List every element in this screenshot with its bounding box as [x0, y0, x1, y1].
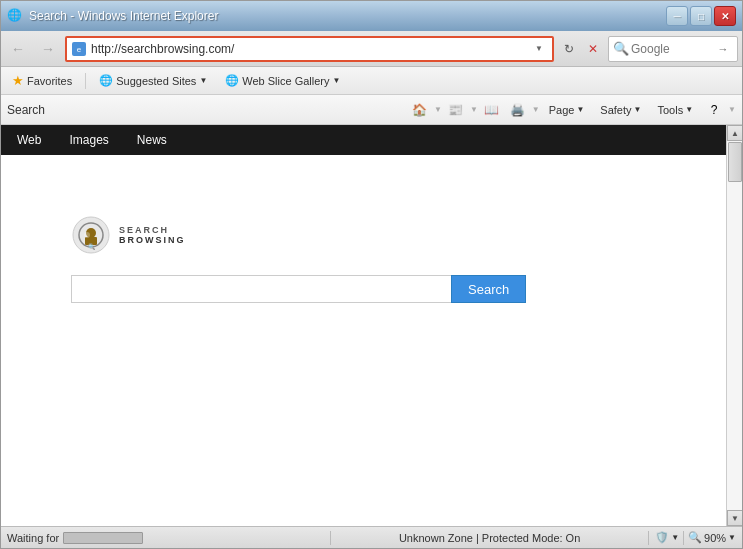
close-button[interactable]: ✕ — [714, 6, 736, 26]
page-dropdown-icon: ▼ — [576, 105, 584, 114]
address-icon: e — [71, 41, 87, 57]
site-nav-images[interactable]: Images — [65, 129, 112, 151]
home-icon-btn[interactable]: 🏠 — [408, 99, 432, 121]
minimize-button[interactable]: ─ — [666, 6, 688, 26]
search-box: 🔍 → — [608, 36, 738, 62]
browser-icon: 🌐 — [7, 8, 23, 24]
browser-content: Web Images News 🔍 — [1, 125, 742, 526]
suggested-sites-dropdown-icon: ▼ — [199, 76, 207, 85]
site-search-input[interactable] — [71, 275, 451, 303]
status-bar: Waiting for Unknown Zone | Protected Mod… — [1, 526, 742, 548]
site-nav-news[interactable]: News — [133, 129, 171, 151]
logo-text: SEARCH BROWSING — [119, 225, 186, 245]
status-left: Waiting for — [1, 532, 330, 544]
safety-button[interactable]: Safety ▼ — [593, 101, 648, 119]
scrollbar: ▲ ▼ — [726, 125, 742, 526]
web-slice-gallery-button[interactable]: 🌐 Web Slice Gallery ▼ — [220, 71, 345, 90]
feeds-dropdown[interactable]: ▼ — [470, 105, 478, 114]
refresh-button[interactable]: ↻ — [558, 38, 580, 60]
search-nav-input[interactable] — [631, 42, 711, 56]
help-icon: ? — [711, 103, 718, 117]
search-area: Search — [71, 275, 526, 303]
tools-label: Tools — [657, 104, 683, 116]
status-waiting-text: Waiting for — [7, 532, 59, 544]
status-zoom: 🔍 90% ▼ — [688, 531, 736, 544]
search-go-button[interactable]: → — [713, 39, 733, 59]
star-icon: ★ — [12, 73, 24, 88]
zoom-dropdown-icon[interactable]: ▼ — [728, 533, 736, 542]
favorites-button[interactable]: ★ Favorites — [7, 70, 77, 91]
tools-button[interactable]: Tools ▼ — [650, 101, 700, 119]
status-right: 🛡️ ▼ 🔍 90% ▼ — [649, 531, 742, 545]
title-buttons: ─ □ ✕ — [666, 6, 736, 26]
page-area: Web Images News 🔍 — [1, 125, 726, 526]
logo-browsing-text: BROWSING — [119, 235, 186, 245]
read-icon-btn[interactable]: 📖 — [480, 99, 504, 121]
command-label: Search — [7, 103, 45, 117]
status-separator-3 — [683, 531, 684, 545]
favorites-separator — [85, 73, 86, 89]
title-bar: 🌐 Search - Windows Internet Explorer ─ □… — [1, 1, 742, 31]
web-slice-dropdown-icon: ▼ — [333, 76, 341, 85]
feeds-icon-btn[interactable]: 📰 — [444, 99, 468, 121]
logo-area: 🔍 SEARCH BROWSING — [71, 215, 186, 255]
zoom-icon: 🔍 — [688, 531, 702, 544]
forward-button[interactable]: → — [35, 36, 61, 62]
site-body: 🔍 SEARCH BROWSING Search — [1, 155, 726, 526]
scroll-down-button[interactable]: ▼ — [727, 510, 742, 526]
address-dropdown-button[interactable]: ▼ — [530, 38, 548, 60]
suggested-sites-label: Suggested Sites — [116, 75, 196, 87]
help-button[interactable]: ? — [702, 99, 726, 121]
svg-point-6 — [84, 232, 90, 238]
status-progress-bar — [63, 532, 143, 544]
safety-label: Safety — [600, 104, 631, 116]
browser-window: 🌐 Search - Windows Internet Explorer ─ □… — [0, 0, 743, 549]
command-bar: Search 🏠 ▼ 📰 ▼ 📖 🖨️ ▼ Page ▼ Safety ▼ To… — [1, 95, 742, 125]
status-shield: 🛡️ ▼ — [655, 531, 679, 544]
tools-dropdown-icon: ▼ — [685, 105, 693, 114]
web-slice-label: Web Slice Gallery — [242, 75, 329, 87]
search-box-icon: 🔍 — [613, 41, 629, 56]
safety-dropdown-icon: ▼ — [634, 105, 642, 114]
logo-search-text: SEARCH — [119, 225, 186, 235]
scroll-up-button[interactable]: ▲ — [727, 125, 742, 141]
favorites-bar: ★ Favorites 🌐 Suggested Sites ▼ 🌐 Web Sl… — [1, 67, 742, 95]
help-dropdown[interactable]: ▼ — [728, 105, 736, 114]
stop-button[interactable]: ✕ — [582, 38, 604, 60]
suggested-sites-icon: 🌐 — [99, 74, 113, 87]
navigation-bar: ← → e ▼ ↻ ✕ 🔍 → — [1, 31, 742, 67]
print-icon-btn[interactable]: 🖨️ — [506, 99, 530, 121]
nav-actions: ↻ ✕ — [558, 38, 604, 60]
shield-dropdown[interactable]: ▼ — [671, 533, 679, 542]
logo-icon: 🔍 — [71, 215, 111, 255]
site-nav-web[interactable]: Web — [13, 129, 45, 151]
page-button[interactable]: Page ▼ — [542, 101, 592, 119]
title-bar-left: 🌐 Search - Windows Internet Explorer — [7, 8, 218, 24]
site-navigation: Web Images News — [1, 125, 726, 155]
favorites-label: Favorites — [27, 75, 72, 87]
window-title: Search - Windows Internet Explorer — [29, 9, 218, 23]
scroll-thumb[interactable] — [728, 142, 742, 182]
status-zone: Unknown Zone | Protected Mode: On — [331, 532, 648, 544]
command-icons: 🏠 ▼ 📰 ▼ 📖 🖨️ ▼ Page ▼ Safety ▼ Tools ▼ ?… — [408, 99, 736, 121]
home-dropdown[interactable]: ▼ — [434, 105, 442, 114]
shield-icon: 🛡️ — [655, 531, 669, 544]
suggested-sites-button[interactable]: 🌐 Suggested Sites ▼ — [94, 71, 212, 90]
site-search-button[interactable]: Search — [451, 275, 526, 303]
page-label: Page — [549, 104, 575, 116]
web-slice-icon: 🌐 — [225, 74, 239, 87]
svg-text:e: e — [77, 45, 82, 54]
address-bar: e ▼ — [65, 36, 554, 62]
address-input[interactable] — [91, 42, 526, 56]
svg-text:🔍: 🔍 — [88, 243, 96, 251]
print-dropdown[interactable]: ▼ — [532, 105, 540, 114]
maximize-button[interactable]: □ — [690, 6, 712, 26]
back-button[interactable]: ← — [5, 36, 31, 62]
scroll-track[interactable] — [727, 141, 742, 510]
zoom-level: 90% — [704, 532, 726, 544]
